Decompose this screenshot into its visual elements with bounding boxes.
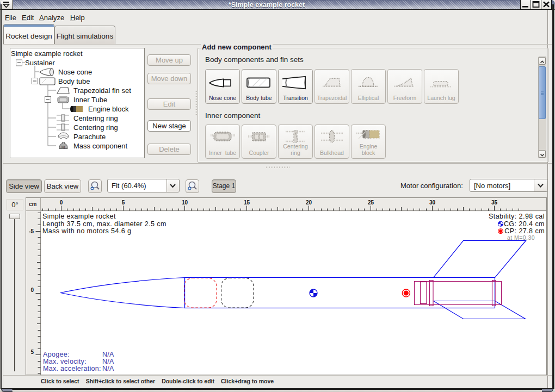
svg-text:Trapezoidal fin set: Trapezoidal fin set [73,86,131,95]
svg-text:Length 37.5 cm, max. diameter: Length 37.5 cm, max. diameter 2.5 cm [42,220,166,228]
svg-text:35: 35 [491,200,498,206]
svg-text:Mass component: Mass component [73,142,127,150]
svg-text:Max. acceleration:: Max. acceleration: [43,365,101,372]
svg-text:Simple example rocket: Simple example rocket [11,49,83,58]
svg-text:Body tube: Body tube [58,77,90,85]
svg-text:Apogee:: Apogee: [43,351,70,358]
svg-text:Centering ring: Centering ring [73,114,118,122]
svg-text:Stability: 2.98 cal: Stability: 2.98 cal [489,213,545,220]
svg-text:Nose cone: Nose cone [58,68,92,76]
svg-text:Simple example rocket: Simple example rocket [42,213,116,220]
svg-text:N/A: N/A [102,365,114,372]
svg-text:25: 25 [368,200,374,206]
svg-text:0: 0 [30,287,34,293]
svg-text:at M=0.30: at M=0.30 [507,234,535,241]
svg-text:Max. velocity:: Max. velocity: [43,358,87,365]
svg-text:0: 0 [60,200,63,206]
svg-text:N/A: N/A [102,358,114,365]
svg-text:N/A: N/A [102,351,114,358]
svg-text:-5: -5 [29,228,34,234]
svg-text:20: 20 [306,200,312,206]
svg-text:Sustainer: Sustainer [25,59,55,67]
svg-text:CG: 20.4 cm: CG: 20.4 cm [504,220,545,228]
svg-text:Mass with no motors 54.6 g: Mass with no motors 54.6 g [42,227,131,235]
svg-text:10: 10 [182,200,188,206]
svg-text:30: 30 [429,200,436,206]
svg-text:5: 5 [122,200,125,206]
svg-text:Engine block: Engine block [88,105,129,113]
svg-text:Parachute: Parachute [73,133,106,141]
svg-text:kg: kg [61,145,65,148]
svg-text:Inner Tube: Inner Tube [73,96,107,104]
svg-text:Centering ring: Centering ring [73,123,118,132]
svg-text:15: 15 [244,200,250,206]
svg-text:5: 5 [30,349,34,355]
